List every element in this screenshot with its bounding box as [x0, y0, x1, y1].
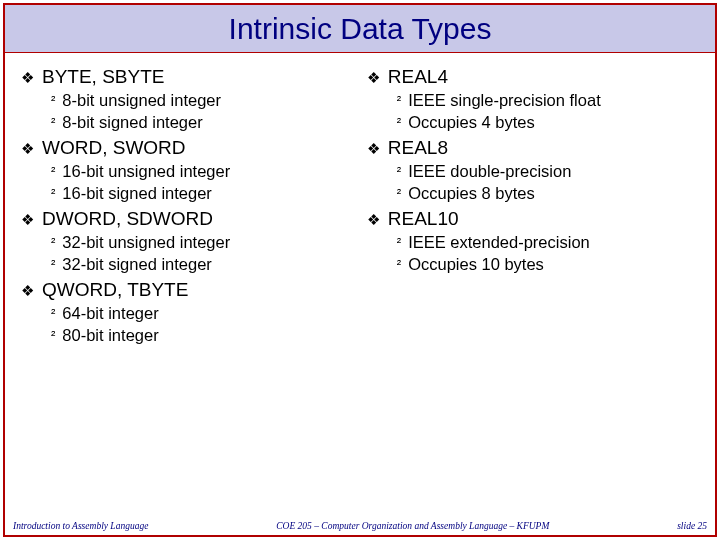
sub-bullet-icon: ² — [397, 186, 401, 201]
subitem-label: 80-bit integer — [62, 326, 158, 345]
list-item: ❖ REAL4 — [367, 66, 699, 88]
subitem-label: 32-bit unsigned integer — [62, 233, 230, 252]
subitem-label: 64-bit integer — [62, 304, 158, 323]
diamond-bullet-icon: ❖ — [21, 282, 34, 300]
list-subitem: ² 80-bit integer — [51, 326, 367, 345]
item-label: REAL10 — [388, 208, 459, 230]
item-label: WORD, SWORD — [42, 137, 186, 159]
subitem-label: 8-bit signed integer — [62, 113, 202, 132]
sub-bullet-icon: ² — [397, 115, 401, 130]
subitem-label: 32-bit signed integer — [62, 255, 212, 274]
sub-bullet-icon: ² — [51, 115, 55, 130]
sub-bullet-icon: ² — [51, 306, 55, 321]
list-subitem: ² Occupies 10 bytes — [397, 255, 699, 274]
list-item: ❖ QWORD, TBYTE — [21, 279, 367, 301]
item-label: BYTE, SBYTE — [42, 66, 164, 88]
left-column: ❖ BYTE, SBYTE ² 8-bit unsigned integer ²… — [21, 61, 367, 348]
title-bar: Intrinsic Data Types — [5, 5, 715, 53]
sub-bullet-icon: ² — [51, 164, 55, 179]
list-subitem: ² IEEE double-precision — [397, 162, 699, 181]
sub-bullet-icon: ² — [51, 328, 55, 343]
item-label: QWORD, TBYTE — [42, 279, 188, 301]
sub-bullet-icon: ² — [397, 164, 401, 179]
list-item: ❖ BYTE, SBYTE — [21, 66, 367, 88]
list-subitem: ² 64-bit integer — [51, 304, 367, 323]
list-item: ❖ REAL8 — [367, 137, 699, 159]
sub-bullet-icon: ² — [397, 93, 401, 108]
list-subitem: ² 32-bit signed integer — [51, 255, 367, 274]
list-item: ❖ WORD, SWORD — [21, 137, 367, 159]
diamond-bullet-icon: ❖ — [367, 69, 380, 87]
item-label: REAL4 — [388, 66, 448, 88]
subitem-label: IEEE double-precision — [408, 162, 571, 181]
list-subitem: ² Occupies 8 bytes — [397, 184, 699, 203]
diamond-bullet-icon: ❖ — [21, 140, 34, 158]
list-subitem: ² 32-bit unsigned integer — [51, 233, 367, 252]
diamond-bullet-icon: ❖ — [21, 211, 34, 229]
list-subitem: ² Occupies 4 bytes — [397, 113, 699, 132]
slide: Intrinsic Data Types ❖ BYTE, SBYTE ² 8-b… — [3, 3, 717, 537]
subitem-label: IEEE extended-precision — [408, 233, 590, 252]
list-subitem: ² 16-bit unsigned integer — [51, 162, 367, 181]
list-subitem: ² 16-bit signed integer — [51, 184, 367, 203]
list-item: ❖ REAL10 — [367, 208, 699, 230]
subitem-label: Occupies 4 bytes — [408, 113, 535, 132]
list-subitem: ² 8-bit signed integer — [51, 113, 367, 132]
subitem-label: 16-bit unsigned integer — [62, 162, 230, 181]
footer-center: COE 205 – Computer Organization and Asse… — [148, 521, 677, 531]
sub-bullet-icon: ² — [51, 93, 55, 108]
subitem-label: Occupies 10 bytes — [408, 255, 544, 274]
subitem-label: Occupies 8 bytes — [408, 184, 535, 203]
list-subitem: ² IEEE extended-precision — [397, 233, 699, 252]
subitem-label: IEEE single-precision float — [408, 91, 601, 110]
sub-bullet-icon: ² — [397, 235, 401, 250]
sub-bullet-icon: ² — [51, 186, 55, 201]
sub-bullet-icon: ² — [51, 235, 55, 250]
subitem-label: 8-bit unsigned integer — [62, 91, 221, 110]
diamond-bullet-icon: ❖ — [21, 69, 34, 87]
sub-bullet-icon: ² — [397, 257, 401, 272]
content-area: ❖ BYTE, SBYTE ² 8-bit unsigned integer ²… — [5, 53, 715, 348]
diamond-bullet-icon: ❖ — [367, 211, 380, 229]
item-label: REAL8 — [388, 137, 448, 159]
item-label: DWORD, SDWORD — [42, 208, 213, 230]
subitem-label: 16-bit signed integer — [62, 184, 212, 203]
footer-left: Introduction to Assembly Language — [13, 521, 148, 531]
list-item: ❖ DWORD, SDWORD — [21, 208, 367, 230]
slide-title: Intrinsic Data Types — [229, 12, 492, 46]
right-column: ❖ REAL4 ² IEEE single-precision float ² … — [367, 61, 699, 348]
footer: Introduction to Assembly Language COE 20… — [13, 521, 707, 531]
sub-bullet-icon: ² — [51, 257, 55, 272]
footer-right: slide 25 — [677, 521, 707, 531]
list-subitem: ² IEEE single-precision float — [397, 91, 699, 110]
list-subitem: ² 8-bit unsigned integer — [51, 91, 367, 110]
diamond-bullet-icon: ❖ — [367, 140, 380, 158]
